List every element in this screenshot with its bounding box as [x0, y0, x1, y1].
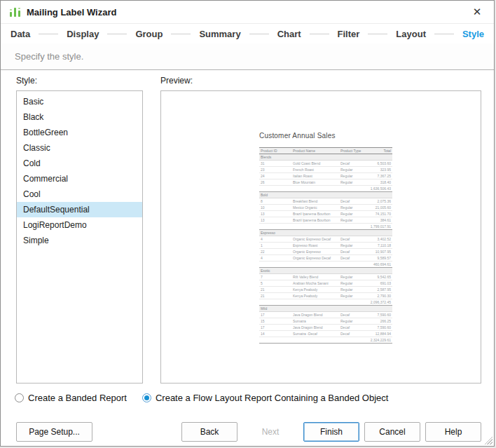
- step-connector: [434, 34, 454, 34]
- mailing-label-wizard-dialog: Mailing Label Wizard ✕ DataDisplayGroupS…: [0, 0, 495, 447]
- wizard-step-style[interactable]: Style: [462, 29, 484, 39]
- subtitle-strip: Specify the style.: [1, 43, 494, 70]
- table-row: 1Espresso RoastRegular7,110.18: [259, 243, 392, 249]
- radio-label: Create a Flow Layout Report Containing a…: [156, 393, 388, 403]
- table-row: 13Brazil Ipanema BourbonRegular384.61: [259, 217, 392, 224]
- subtotal-row: 2,096,372.45: [259, 299, 392, 306]
- style-list-label: Style:: [16, 76, 37, 86]
- style-item-black[interactable]: Black: [17, 109, 142, 125]
- style-item-simple[interactable]: Simple: [17, 233, 142, 248]
- table-row: 4Organic Espresso DecafDecaf9,589.57: [259, 255, 392, 262]
- style-listbox[interactable]: BasicBlackBottleGreenClassicColdCommerci…: [16, 90, 143, 383]
- style-item-classic[interactable]: Classic: [17, 140, 142, 156]
- wizard-steps: DataDisplayGroupSummaryChartFilterLayout…: [1, 24, 494, 43]
- group-row: Bold: [259, 192, 392, 198]
- radio-button-icon[interactable]: [15, 393, 24, 402]
- group-row: Mild: [259, 306, 392, 312]
- table-row: 7Rift Valley BlendRegular9,542.65: [259, 274, 392, 280]
- report-title: Customer Annual Sales: [259, 132, 381, 140]
- app-logo-icon: [9, 6, 21, 18]
- report-preview: Customer Annual Sales Product IDProduct …: [259, 132, 381, 344]
- report-table: Product IDProduct NameProduct TypeTotalB…: [259, 147, 392, 344]
- title-bar: Mailing Label Wizard ✕: [1, 1, 494, 24]
- finish-button[interactable]: Finish: [303, 422, 359, 442]
- table-row: 15SumatraRegular266.25: [259, 318, 392, 325]
- step-connector: [171, 34, 191, 34]
- window-title: Mailing Label Wizard: [27, 7, 116, 18]
- wizard-step-filter[interactable]: Filter: [338, 29, 360, 39]
- style-item-basic[interactable]: Basic: [17, 94, 142, 109]
- subtitle-text: Specify the style.: [15, 51, 83, 62]
- table-row: 21Kenya PeabodyRegular2,790.30: [259, 293, 392, 299]
- table-row: 17Java Dragon BlendDecaf7,590.60: [259, 312, 392, 318]
- table-row: 8Breakfast BlendDecaf2,075.36: [259, 198, 392, 205]
- page-setup-button[interactable]: Page Setup...: [16, 422, 92, 442]
- wizard-step-data[interactable]: Data: [11, 29, 30, 39]
- table-row: 17Java Dragon BlendDecaf7,590.60: [259, 325, 392, 331]
- radio-option[interactable]: Create a Banded Report: [15, 393, 127, 403]
- table-row: 13Brazil Ipanema BourbonRegular74,151.70: [259, 211, 392, 217]
- subtotal-row: 2,324,229.61: [259, 337, 392, 344]
- wizard-step-layout[interactable]: Layout: [396, 29, 426, 39]
- subtotal-row: 1,799,017.91: [259, 224, 392, 230]
- table-row: 23French RoastRegular323.95: [259, 167, 392, 173]
- wizard-step-summary[interactable]: Summary: [199, 29, 240, 39]
- wizard-step-chart[interactable]: Chart: [277, 29, 301, 39]
- style-item-commercial[interactable]: Commercial: [17, 171, 142, 186]
- table-row: 21Kenya PeabodyRegular2,587.95: [259, 287, 392, 293]
- table-row: 14Sumatra -DecafDecaf12,884.94: [259, 331, 392, 337]
- table-row: 26Blue MountainRegular318.40: [259, 179, 392, 186]
- table-row: 31Gold Coast BlendDecaf6,503.60: [259, 161, 392, 167]
- table-row: 5Arabian Mocha SananiRegular691.03: [259, 280, 392, 287]
- style-item-logireportdemo[interactable]: LogiReportDemo: [17, 217, 142, 233]
- back-button[interactable]: Back: [181, 422, 237, 442]
- step-connector: [39, 34, 58, 34]
- cancel-button[interactable]: Cancel: [364, 422, 420, 442]
- style-item-cold[interactable]: Cold: [17, 156, 142, 171]
- preview-panel: Customer Annual Sales Product IDProduct …: [160, 90, 481, 383]
- radio-option[interactable]: Create a Flow Layout Report Containing a…: [142, 393, 388, 403]
- report-type-options: Create a Banded ReportCreate a Flow Layo…: [15, 393, 388, 403]
- table-row: 10Mexico OrganicRegular21,005.60: [259, 205, 392, 211]
- subtotal-row: 1,636,506.43: [259, 186, 392, 192]
- radio-label: Create a Banded Report: [28, 393, 127, 403]
- step-connector: [368, 34, 387, 34]
- table-row: 4Organic Espresso DecafDecaf3,402.52: [259, 236, 392, 243]
- table-row: 22Organic EspressoDecaf10,907.95: [259, 249, 392, 255]
- table-header-row: Product IDProduct NameProduct TypeTotal: [259, 148, 392, 154]
- style-item-defaultsequential[interactable]: DefaultSequential: [17, 202, 142, 217]
- wizard-step-group[interactable]: Group: [135, 29, 163, 39]
- preview-label: Preview:: [160, 76, 193, 86]
- radio-button-icon[interactable]: [142, 393, 151, 402]
- style-item-bottlegreen[interactable]: BottleGreen: [17, 125, 142, 140]
- close-icon[interactable]: ✕: [467, 4, 487, 20]
- footer-buttons: Back Next Finish Cancel Help: [181, 422, 481, 442]
- next-button: Next: [242, 422, 298, 442]
- step-connector: [249, 34, 269, 34]
- group-row: Exotic: [259, 268, 392, 274]
- wizard-step-display[interactable]: Display: [67, 29, 99, 39]
- group-row: Espresso: [259, 230, 392, 236]
- table-row: 24Italian RoastRegular7,367.25: [259, 173, 392, 179]
- group-row: Blends: [259, 154, 392, 161]
- resize-grip-icon[interactable]: [484, 436, 492, 444]
- step-connector: [107, 34, 127, 34]
- help-button[interactable]: Help: [425, 422, 481, 442]
- subtotal-row: 460,694.61: [259, 262, 392, 268]
- step-connector: [310, 34, 329, 34]
- style-item-cool[interactable]: Cool: [17, 186, 142, 202]
